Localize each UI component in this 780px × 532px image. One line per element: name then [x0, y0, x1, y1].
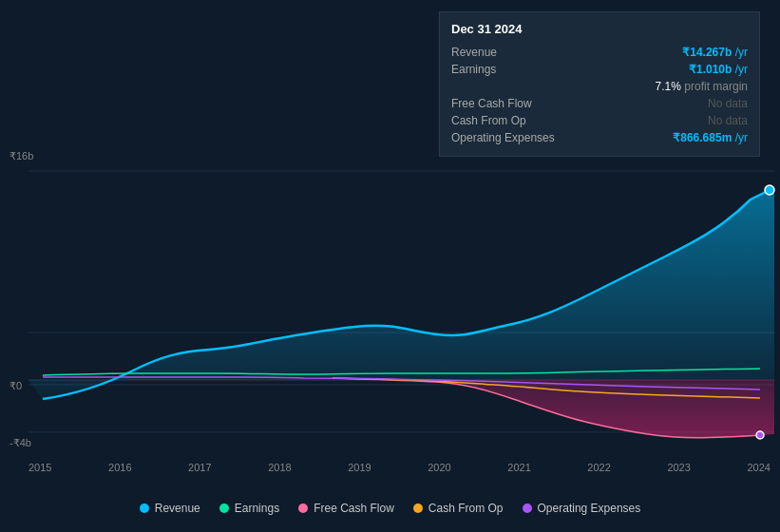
- legend-revenue-label: Revenue: [155, 502, 200, 515]
- tooltip-profit-margin-row: 7.1% profit margin: [451, 78, 748, 95]
- tooltip-revenue-label: Revenue: [451, 46, 497, 59]
- chart-tooltip: Dec 31 2024 Revenue ₹14.267b /yr Earning…: [439, 11, 760, 157]
- tooltip-profit-margin: 7.1% profit margin: [656, 80, 748, 93]
- legend-cashop[interactable]: Cash From Op: [413, 502, 504, 515]
- tooltip-cashop-value: No data: [708, 114, 748, 127]
- x-axis: 2015 2016 2017 2018 2019 2020 2021 2022 …: [29, 462, 770, 473]
- x-label-2022: 2022: [587, 462, 610, 473]
- x-label-2023: 2023: [667, 462, 690, 473]
- tooltip-revenue-value: ₹14.267b: [682, 46, 732, 59]
- legend-revenue[interactable]: Revenue: [140, 502, 200, 515]
- svg-point-6: [756, 431, 764, 439]
- tooltip-opex-label: Operating Expenses: [451, 131, 555, 144]
- x-label-2021: 2021: [507, 462, 530, 473]
- legend-opex-dot: [523, 504, 532, 513]
- tooltip-opex-row: Operating Expenses ₹866.685m /yr: [451, 129, 748, 146]
- legend-fcf-label: Free Cash Flow: [314, 502, 394, 515]
- legend-earnings[interactable]: Earnings: [219, 502, 279, 515]
- legend-revenue-dot: [140, 504, 149, 513]
- tooltip-opex-period: /yr: [735, 131, 748, 144]
- tooltip-earnings-row: Earnings ₹1.010b /yr: [451, 61, 748, 78]
- tooltip-revenue-row: Revenue ₹14.267b /yr: [451, 44, 748, 61]
- legend-earnings-dot: [219, 504, 229, 513]
- x-label-2017: 2017: [188, 462, 211, 473]
- tooltip-earnings-period: /yr: [735, 63, 748, 76]
- x-label-2016: 2016: [108, 462, 131, 473]
- tooltip-earnings-label: Earnings: [451, 63, 496, 76]
- legend-opex-label: Operating Expenses: [538, 502, 641, 515]
- tooltip-earnings-value: ₹1.010b: [689, 63, 732, 76]
- tooltip-cashop-row: Cash From Op No data: [451, 112, 748, 129]
- x-label-2018: 2018: [268, 462, 291, 473]
- legend-fcf[interactable]: Free Cash Flow: [298, 502, 394, 515]
- legend-cashop-dot: [413, 504, 423, 513]
- svg-point-5: [765, 185, 774, 195]
- tooltip-cashop-label: Cash From Op: [451, 114, 526, 127]
- legend-opex[interactable]: Operating Expenses: [523, 502, 641, 515]
- tooltip-opex-value: ₹866.685m: [673, 131, 732, 144]
- x-label-2019: 2019: [348, 462, 371, 473]
- x-label-2024: 2024: [747, 462, 770, 473]
- legend-fcf-dot: [298, 504, 308, 513]
- tooltip-date: Dec 31 2024: [451, 22, 748, 36]
- legend-cashop-label: Cash From Op: [428, 502, 504, 515]
- x-label-2015: 2015: [29, 462, 51, 473]
- tooltip-fcf-value: No data: [708, 97, 748, 110]
- x-label-2020: 2020: [428, 462, 450, 473]
- tooltip-fcf-row: Free Cash Flow No data: [451, 95, 748, 112]
- chart-legend: Revenue Earnings Free Cash Flow Cash Fro…: [0, 502, 780, 515]
- tooltip-revenue-period: /yr: [735, 46, 748, 59]
- chart-svg: [0, 152, 780, 466]
- legend-earnings-label: Earnings: [235, 502, 279, 515]
- tooltip-fcf-label: Free Cash Flow: [451, 97, 532, 110]
